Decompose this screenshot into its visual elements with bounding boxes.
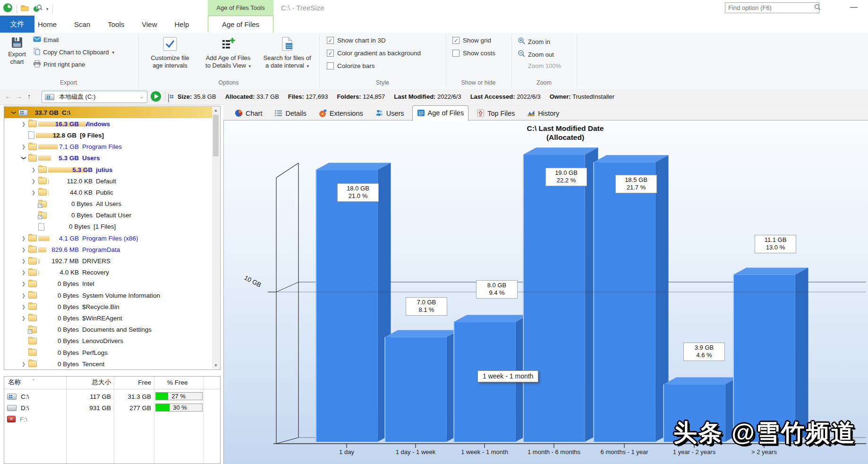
up-arrow-icon[interactable]: ↑	[27, 92, 31, 100]
drives-header-name[interactable]: 名称	[8, 377, 21, 388]
tree-row-system-volume-information[interactable]: ❯0 BytesSystem Volume Information	[4, 290, 213, 301]
tree-row--recycle-bin[interactable]: ❯0 Bytes$Recycle.Bin	[4, 301, 213, 312]
print-right-pane-button[interactable]: Print right pane	[33, 60, 85, 69]
chevron-down-icon[interactable]: ❯	[19, 155, 28, 161]
tree-row--winreagent[interactable]: ❯0 Bytes$WinREAgent	[4, 312, 213, 324]
tab-extensions[interactable]: Extensions	[315, 106, 367, 120]
tab-top-files[interactable]: Top Files	[472, 106, 519, 120]
customize-file-age-intervals-button[interactable]: Customize fileage intervals	[142, 35, 198, 69]
menu-tab-view[interactable]: View	[142, 16, 157, 33]
size-cell: 0 Bytes	[38, 361, 79, 368]
tree-row-public[interactable]: ❯44.0 KBPublic	[4, 187, 213, 198]
tree-row-c-[interactable]: ❯33.7 GBC:\	[4, 107, 213, 118]
scroll-up-icon[interactable]: ▲	[212, 107, 220, 114]
checkbox-icon[interactable]: ✓	[327, 50, 334, 57]
checkbox-icon[interactable]	[327, 62, 334, 69]
tree-row-julius[interactable]: ❯5.3 GBjulius	[4, 164, 213, 175]
menu-tab-home[interactable]: Home	[38, 16, 57, 33]
start-scan-button[interactable]	[150, 91, 162, 104]
chevron-right-icon[interactable]: ❯	[19, 293, 28, 298]
tree-row-recovery[interactable]: ❯4.0 KBRecovery	[4, 267, 213, 278]
drive-row-c[interactable]: C:\117 GB31.3 GB27 %	[4, 391, 220, 402]
scan-search-icon[interactable]	[33, 4, 43, 14]
chevron-right-icon[interactable]: ❯	[19, 270, 28, 275]
tree-row-tencent[interactable]: ❯0 BytesTencent	[4, 358, 213, 369]
tree-row--9-files-[interactable]: 12.8 GB[9 Files]	[4, 129, 213, 141]
chevron-right-icon[interactable]: ❯	[19, 247, 28, 252]
tree-row-drivers[interactable]: ❯192.7 MBDRIVERS	[4, 255, 213, 266]
scrollbar-thumb[interactable]	[213, 115, 219, 156]
minimize-button[interactable]: —	[850, 3, 858, 11]
menu-tab-help[interactable]: Help	[175, 16, 189, 33]
drives-header-free[interactable]: Free	[114, 377, 151, 388]
checkbox-colorize-bars[interactable]: Colorize bars	[327, 62, 375, 69]
checkbox-show-chart-in-3d[interactable]: ✓Show chart in 3D	[327, 37, 386, 44]
tab-users[interactable]: Users	[371, 106, 408, 120]
chevron-right-icon[interactable]: ❯	[29, 190, 38, 195]
checkbox-icon[interactable]	[452, 50, 460, 57]
checkbox-show-grid[interactable]: ✓Show grid	[452, 37, 491, 44]
zoom-in-button[interactable]: Zoom in	[518, 37, 550, 46]
tree-row-documents-and-settings[interactable]: 0 BytesDocuments and Settings	[4, 324, 213, 335]
combobox-dropdown-icon[interactable]: ⌄	[140, 95, 144, 99]
tree-row-users[interactable]: ❯5.3 GBUsers	[4, 153, 213, 164]
chevron-right-icon[interactable]: ❯	[19, 316, 28, 321]
quick-access-dropdown-icon[interactable]: ▾	[46, 7, 49, 11]
tree-row-windows[interactable]: ❯16.3 GBWindows	[4, 118, 213, 129]
chevron-right-icon[interactable]: ❯	[19, 236, 28, 241]
add-age-of-files-to-details-view-button[interactable]: Add Age of Filesto Details View ▾	[200, 35, 256, 70]
folder-name: DRIVERS	[82, 258, 111, 265]
chevron-right-icon[interactable]: ❯	[29, 167, 38, 172]
tree-row-lenovodrivers[interactable]: 0 BytesLenovoDrivers	[4, 335, 213, 347]
search-for-files-of-a-date-interval-button[interactable]: Search for files ofa date interval ▾	[259, 35, 315, 70]
export-chart-button[interactable]: Export chart	[5, 36, 29, 66]
find-option-input[interactable]	[725, 4, 814, 11]
drives-header-row[interactable]: 名称 ⌃ 总大小 Free % Free	[4, 377, 220, 389]
chevron-right-icon[interactable]: ❯	[19, 281, 28, 286]
tree-row-intel[interactable]: ❯0 BytesIntel	[4, 278, 213, 290]
checkbox-icon[interactable]: ✓	[327, 37, 334, 44]
checkbox-color-gradient-as-background[interactable]: ✓Color gradient as background	[327, 50, 421, 57]
tab-history[interactable]: History	[523, 106, 563, 120]
tree-row--1-files-[interactable]: 0 Bytes[1 Files]	[4, 221, 213, 232]
chevron-down-icon[interactable]: ❯	[9, 110, 18, 115]
chevron-right-icon[interactable]: ❯	[19, 304, 28, 309]
menu-tab-age-of-files[interactable]: Age of Files	[208, 16, 273, 33]
tree-row-program-files[interactable]: ❯7.1 GBProgram Files	[4, 141, 213, 153]
tree-row-all-users[interactable]: 0 BytesAll Users	[4, 198, 213, 210]
tab-chart[interactable]: Chart	[230, 106, 266, 120]
separator	[17, 5, 17, 13]
menu-tab-tools[interactable]: Tools	[108, 16, 124, 33]
scroll-down-icon[interactable]: ▼	[212, 362, 220, 369]
tree-row-program-files-x86-[interactable]: ❯4.1 GBProgram Files (x86)	[4, 232, 213, 244]
chevron-right-icon[interactable]: ❯	[19, 121, 28, 127]
email-button[interactable]: Email	[33, 35, 59, 44]
checkbox-show-costs[interactable]: Show costs	[452, 50, 495, 57]
drives-header-total[interactable]: 总大小	[66, 377, 111, 388]
menu-tab--[interactable]: 文件	[0, 16, 34, 33]
drives-header-pctfree[interactable]: % Free	[167, 377, 188, 388]
tab-details[interactable]: Details	[270, 106, 310, 120]
open-folder-icon[interactable]	[21, 4, 29, 14]
tree-row-default[interactable]: ❯112.0 KBDefault	[4, 175, 213, 187]
tree-row-programdata[interactable]: ❯829.6 MBProgramData	[4, 244, 213, 255]
tree-scrollbar[interactable]: ▲ ▼	[212, 107, 220, 369]
folder-name: $Recycle.Bin	[82, 303, 119, 310]
chevron-right-icon[interactable]: ❯	[19, 361, 28, 367]
chevron-right-icon[interactable]: ❯	[29, 179, 38, 184]
find-option-box[interactable]	[725, 2, 819, 13]
checkbox-icon[interactable]: ✓	[452, 37, 460, 44]
back-arrow-icon[interactable]: ←	[5, 92, 12, 100]
forward-arrow-icon[interactable]: →	[15, 92, 22, 100]
copy-chart-to-clipboard-button[interactable]: Copy Chart to Clipboard▾	[33, 48, 114, 57]
drive-row-f[interactable]: ✕F:\	[4, 413, 220, 425]
menu-tab-scan[interactable]: Scan	[74, 16, 90, 33]
tree-row-perflogs[interactable]: 0 BytesPerfLogs	[4, 347, 213, 358]
chevron-right-icon[interactable]: ❯	[19, 258, 28, 264]
chevron-right-icon[interactable]: ❯	[19, 144, 28, 149]
tree-row-default-user[interactable]: 0 BytesDefault User	[4, 210, 213, 221]
tab-age-of-files[interactable]: Age of Files	[412, 105, 469, 121]
path-combobox[interactable]: 本地磁盘 (C:) ⌄	[42, 91, 147, 103]
drive-row-d[interactable]: D:\931 GB277 GB30 %	[4, 402, 220, 413]
zoom-out-button[interactable]: Zoom out	[518, 50, 554, 59]
